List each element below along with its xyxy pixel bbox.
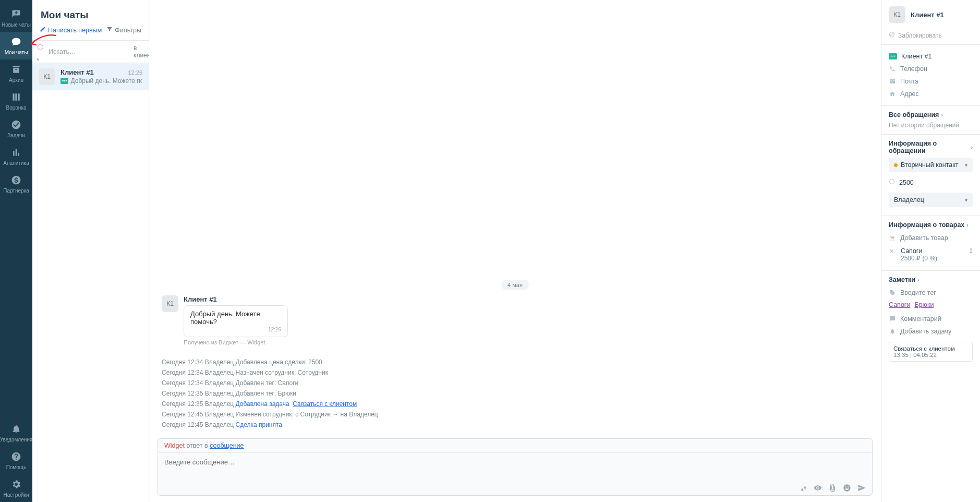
task-meta: 13:35 | 04.05.22 (893, 352, 968, 358)
nav-notifications[interactable]: Уведомления (0, 419, 32, 447)
deal-amount: 2500 (899, 179, 914, 186)
phone-field[interactable]: Телефон (889, 63, 973, 75)
gear-icon (10, 479, 22, 490)
status-select[interactable]: Вторичный контакт ▾ (889, 158, 973, 172)
comment-input[interactable]: Комментарий (889, 313, 973, 325)
chevron-down-icon: ▾ (965, 162, 967, 168)
message-time: 12:26 (190, 327, 281, 332)
requests-empty: Нет истории обращений (889, 122, 973, 129)
email-label: Почта (900, 78, 918, 85)
log-link[interactable]: Сделка принята (236, 421, 283, 428)
products-heading[interactable]: Информация о товарах › (889, 221, 973, 229)
nav-label: Архив (9, 77, 23, 83)
nav-analytics[interactable]: Аналитика (0, 142, 32, 170)
message-text: Добрый день. Можете помочь? (190, 310, 281, 326)
block-button[interactable]: Заблокировать (881, 29, 980, 44)
composer-channel-tabs[interactable]: Widget ответ в сообщение (158, 439, 872, 453)
composer-widget-tab: Widget (164, 442, 185, 449)
client-name: Клиент #1 (911, 11, 944, 19)
log-line: Сегодня 12:35 Владелец Добавлена задача … (162, 399, 868, 409)
write-first-label: Написать первым (48, 27, 102, 34)
task-title: Связаться с клиентом (893, 345, 968, 352)
add-product-label: Добавить товар (900, 234, 948, 242)
attachment-icon[interactable] (828, 484, 837, 492)
filters-label: Фильтры (115, 27, 141, 34)
date-separator: 4 мая (501, 280, 529, 290)
product-qty: 1 (969, 247, 973, 255)
nav-settings[interactable]: Настройки (0, 474, 32, 502)
chat-list-panel: Мои чаты Написать первым Фильтры в клиен… (32, 0, 149, 502)
nav-label: Задачи (7, 133, 25, 138)
nav-new-chats[interactable]: Новые чаты (0, 4, 32, 32)
nav-help[interactable]: Помощь (0, 447, 32, 474)
block-icon (889, 31, 895, 39)
tag-link[interactable]: Сапоги (889, 301, 910, 308)
avatar: К1 (39, 68, 55, 85)
widget-badge-icon: ••• (61, 78, 68, 84)
page-title: Мои чаты (41, 9, 140, 21)
composer-mode-link: сообщение (210, 442, 244, 449)
add-product-button[interactable]: Добавить товар (889, 232, 973, 244)
archive-icon (10, 64, 22, 75)
nav-archive[interactable]: Архив (0, 59, 32, 87)
nav-partner[interactable]: Партнерка (0, 170, 32, 198)
add-task-label: Добавить задачу (900, 328, 951, 335)
nav-label: Новые чаты (2, 22, 31, 28)
notes-heading[interactable]: Заметки › (889, 276, 973, 283)
log-line: Сегодня 12:34 Владелец Назначен сотрудни… (162, 367, 868, 378)
product-row: ✕ Сапоги 2500 ₽ (0 %) 1 (889, 244, 973, 265)
chat-bubble-icon (10, 36, 22, 47)
check-circle-icon (10, 119, 22, 130)
write-first-button[interactable]: Написать первым (40, 26, 102, 34)
email-field[interactable]: Почта (889, 75, 973, 88)
board-icon (10, 91, 22, 103)
tag-icon (889, 289, 896, 296)
chevron-right-icon: › (941, 112, 942, 118)
nav-label: Помощь (6, 464, 27, 470)
add-task-button[interactable]: Добавить задачу (889, 325, 973, 338)
visibility-icon[interactable] (814, 484, 822, 492)
cart-icon (889, 234, 896, 242)
chat-item-time: 12:26 (128, 69, 142, 76)
address-field[interactable]: Адрес (889, 88, 973, 100)
tag-input[interactable]: Введите тег (889, 286, 973, 299)
help-icon (10, 451, 22, 462)
message-source: Получено из Виджет — Widget (184, 339, 288, 345)
filter-icon (106, 26, 113, 34)
filters-button[interactable]: Фильтры (106, 26, 141, 34)
send-icon[interactable] (857, 484, 866, 492)
chevron-right-icon: › (917, 277, 919, 283)
nav-label: Воронка (6, 105, 26, 111)
message-sender: Клиент #1 (184, 295, 288, 303)
nav-sidebar: Новые чаты Мои чаты Архив Воронка Задачи… (0, 0, 32, 502)
emoji-icon[interactable] (843, 484, 851, 492)
task-card[interactable]: Связаться с клиентом 13:35 | 04.05.22 (889, 342, 973, 362)
product-name: Сапоги (901, 247, 937, 255)
owner-select[interactable]: Владелец ▾ (889, 193, 973, 207)
message-input[interactable] (158, 453, 872, 479)
log-line: Сегодня 12:45 Владелец Изменен сотрудник… (162, 409, 868, 420)
bell-icon (10, 423, 22, 435)
remove-product-icon[interactable]: ✕ (889, 247, 894, 262)
chat-messages[interactable]: 4 мая К1 Клиент #1 Добрый день. Можете п… (149, 0, 881, 434)
chat-list-item[interactable]: К1 Клиент #1 12:26 ••• Добрый день. Може… (32, 63, 149, 90)
nav-tasks[interactable]: Задачи (0, 115, 32, 142)
template-icon[interactable] (799, 484, 807, 492)
log-line: Сегодня 12:34 Владелец Добавлен тег: Сап… (162, 378, 868, 388)
requests-heading[interactable]: Все обращения › (889, 111, 973, 118)
chat-main: 4 мая К1 Клиент #1 Добрый день. Можете п… (149, 0, 881, 502)
home-icon (889, 90, 896, 98)
search-input[interactable] (45, 46, 134, 57)
nav-my-chats[interactable]: Мои чаты (0, 32, 32, 59)
nav-label: Партнерка (3, 188, 29, 194)
address-label: Адрес (900, 90, 919, 98)
log-line: Сегодня 12:34 Владелец Добавлена цена сд… (162, 357, 868, 367)
phone-icon (889, 65, 896, 73)
comment-placeholder: Комментарий (900, 315, 941, 322)
message-bubble: Добрый день. Можете помочь? 12:26 (184, 305, 288, 337)
log-link[interactable]: Связаться с клиентом (293, 400, 357, 408)
log-link[interactable]: Добавлена задача (236, 400, 289, 408)
tag-link[interactable]: Брюки (914, 301, 934, 308)
info-heading[interactable]: Информация о обращении › (889, 140, 973, 154)
nav-funnel[interactable]: Воронка (0, 87, 32, 115)
